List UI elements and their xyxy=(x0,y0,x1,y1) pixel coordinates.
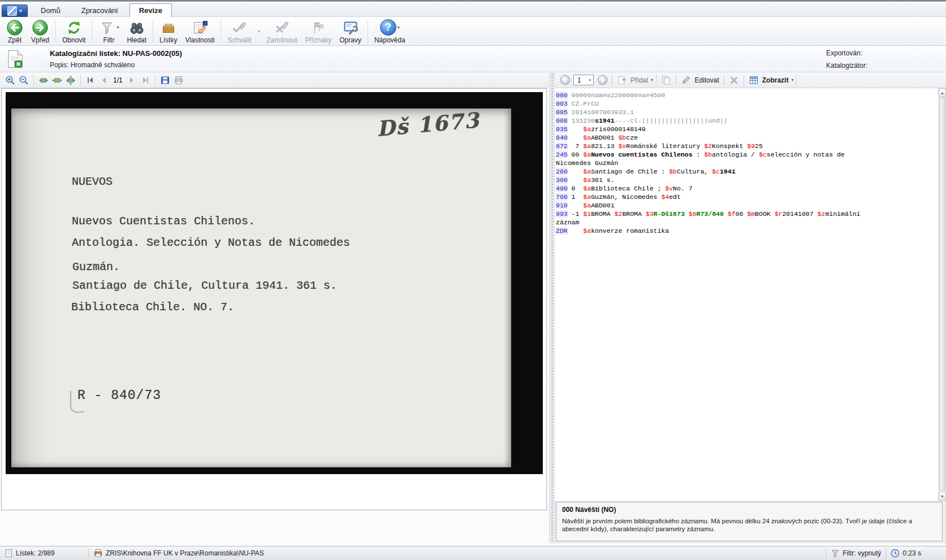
tab-revize[interactable]: Revize xyxy=(129,3,172,17)
marc-line[interactable]: 993 -1 $1BROMA $2BROMA $3R-Dš1673 $6R73/… xyxy=(556,210,936,218)
marc-line[interactable]: 245 00 $aNuevos cuentistas Chilenos : $b… xyxy=(556,150,936,159)
help-button[interactable]: ? ▾ Nápověda xyxy=(370,18,409,45)
search-label: Hledat xyxy=(127,36,146,44)
card-box-icon xyxy=(160,19,177,36)
marc-line[interactable]: záznam xyxy=(556,218,936,227)
marc-segment: $2 xyxy=(615,210,623,218)
toolbar-separator xyxy=(221,20,221,42)
marc-segment: zris0000148149 xyxy=(591,125,646,133)
marc-record-text[interactable]: 000 00000nam#a2200000#a#4500003 CZ-PrCU0… xyxy=(555,88,938,501)
back-label: Zpět xyxy=(8,36,21,44)
print-button[interactable] xyxy=(172,74,185,86)
tab-zpracovani[interactable]: Zpracování xyxy=(72,4,128,16)
ribbon-toolbar: Zpět Vpřed Obnovit ▾ Filtr Hledat xyxy=(0,17,946,46)
marc-scrollbar[interactable]: ▲ ▼ xyxy=(938,88,946,501)
status-filter: Filtr: vypnutý xyxy=(843,549,881,557)
zoom-out-button[interactable] xyxy=(17,74,31,86)
fit-width-button[interactable] xyxy=(50,74,64,86)
marc-segment: -1 xyxy=(568,210,584,218)
marc-field-tag: 000 xyxy=(556,92,568,99)
marc-segment: $z xyxy=(818,210,826,218)
marc-segment: $a xyxy=(583,168,591,175)
refresh-button[interactable]: Obnovit xyxy=(58,18,89,45)
marc-field-tag: 993 xyxy=(556,210,568,218)
marc-field-tag: 005 xyxy=(556,108,568,116)
marc-segment: ABD001 xyxy=(591,134,618,141)
marc-field-tag: 490 xyxy=(556,185,568,192)
edit-field-button[interactable]: Editovat xyxy=(694,76,719,84)
save-image-button[interactable] xyxy=(158,74,172,86)
marc-segment: Biblioteca Chile ; xyxy=(591,185,665,192)
properties-button[interactable]: Vlastnosti xyxy=(181,18,218,45)
marc-segment: Guzmán, Nicomedes xyxy=(591,193,661,201)
scrollbar-thumb[interactable] xyxy=(939,98,945,490)
marc-toolbar: 1 ▾ Přidat ▾ Editovat Zobrazit ▾ xyxy=(555,72,946,88)
pane-splitter[interactable] xyxy=(549,72,555,544)
view-mode-button[interactable]: Zobrazit xyxy=(762,76,789,84)
status-separator xyxy=(826,549,826,558)
first-page-button[interactable] xyxy=(84,74,97,86)
add-field-button: Přidat xyxy=(630,76,648,84)
page-title: Katalogizační lístek: NU-PAS-0002(05) xyxy=(50,49,182,58)
fit-page-button[interactable] xyxy=(37,74,50,86)
fixes-button[interactable]: Op­ravy xyxy=(335,18,365,45)
last-page-button xyxy=(139,74,152,86)
tab-domu[interactable]: Domů xyxy=(31,4,70,16)
marc-field-tag: 035 xyxy=(556,125,568,133)
scroll-down-button[interactable]: ▼ xyxy=(939,492,946,501)
marc-line[interactable]: 035 $azris0000148149 xyxy=(556,125,936,133)
marc-segment: minimální xyxy=(825,210,860,218)
marc-line[interactable]: 005 20141007003933.1 xyxy=(556,108,936,116)
cards-button[interactable]: Lístky xyxy=(155,18,181,45)
forward-button[interactable]: Vpřed xyxy=(27,18,53,45)
marc-line[interactable]: 910 $aABD001 xyxy=(556,201,936,210)
marc-segment: konverze romanistika xyxy=(591,227,669,235)
search-button[interactable]: Hledat xyxy=(123,18,150,45)
card-count: Lístek: 2/989 xyxy=(16,549,55,557)
marc-segment: 131230 xyxy=(568,117,595,124)
marc-segment: $c xyxy=(712,168,720,175)
marc-line[interactable]: ZDR $akonverze romanistika xyxy=(556,227,936,235)
toolbar-separator xyxy=(155,75,155,86)
marc-field-tag: 300 xyxy=(556,176,568,184)
marc-segment xyxy=(568,176,584,184)
marc-line[interactable]: 000 00000nam#a2200000#a#4500 xyxy=(556,91,936,99)
marc-segment: R-Dš1673 xyxy=(654,210,685,218)
card-count-icon xyxy=(5,549,13,558)
marc-segment: 06 xyxy=(736,210,748,218)
pencil-mark xyxy=(67,390,98,416)
card-text-line: NUEVOS xyxy=(72,175,113,188)
marc-line[interactable]: 008 131230s1941----cl-|||||||||||||||||u… xyxy=(556,116,936,125)
marc-line[interactable]: 300 $a361 s. xyxy=(556,176,936,184)
marc-segment: edt xyxy=(669,193,681,201)
chevron-down-icon: ▾ xyxy=(19,8,22,14)
zoom-in-button[interactable] xyxy=(3,74,17,86)
marc-line[interactable]: 040 $aABD001 $bcze xyxy=(556,133,936,142)
filter-button[interactable]: ▾ Filtr xyxy=(94,18,123,45)
toolbar-separator xyxy=(656,75,656,86)
marc-segment: CZ-PrCU xyxy=(568,100,599,107)
card-text-line: Nuevos Cuentistas Chilenos. xyxy=(72,215,255,228)
marc-line[interactable]: 072 7 $a821.13 $xRománské literatury $2K… xyxy=(556,142,936,150)
marc-field-tag: 072 xyxy=(556,142,568,150)
app-menu-button[interactable]: ▾ xyxy=(2,5,28,18)
marc-field-tag: ZDR xyxy=(556,227,568,235)
marc-segment: Konspekt xyxy=(712,142,747,150)
marc-segment xyxy=(568,227,584,235)
marc-segment: $a xyxy=(583,202,591,209)
fit-all-button[interactable] xyxy=(64,74,77,86)
back-button[interactable]: Zpět xyxy=(2,18,27,45)
card-scan-image[interactable]: Dš 1673 NUEVOS Nuevos Cuentistas Chileno… xyxy=(6,92,543,474)
marc-line[interactable]: Nicomedes Guzmán xyxy=(556,159,936,167)
chevron-down-icon: ▾ xyxy=(398,25,400,30)
marc-line[interactable]: 260 $aSantiago de Chile : $bCultura, $c1… xyxy=(556,167,936,176)
marc-segment: : xyxy=(693,151,705,158)
field-number-combobox[interactable]: 1 ▾ xyxy=(573,75,594,85)
marc-segment: $a xyxy=(583,185,591,192)
scroll-up-button[interactable]: ▲ xyxy=(939,88,946,97)
viewer-toolbar: 1/1 xyxy=(0,72,549,88)
marc-line[interactable]: 700 1 $aGuzmán, Nicomedes $4edt xyxy=(556,193,936,201)
marc-line[interactable]: 490 0 $aBiblioteca Chile ; $vNo. 7 xyxy=(556,184,936,193)
marc-line[interactable]: 003 CZ-PrCU xyxy=(556,99,936,108)
marc-segment: No. 7 xyxy=(673,185,693,192)
